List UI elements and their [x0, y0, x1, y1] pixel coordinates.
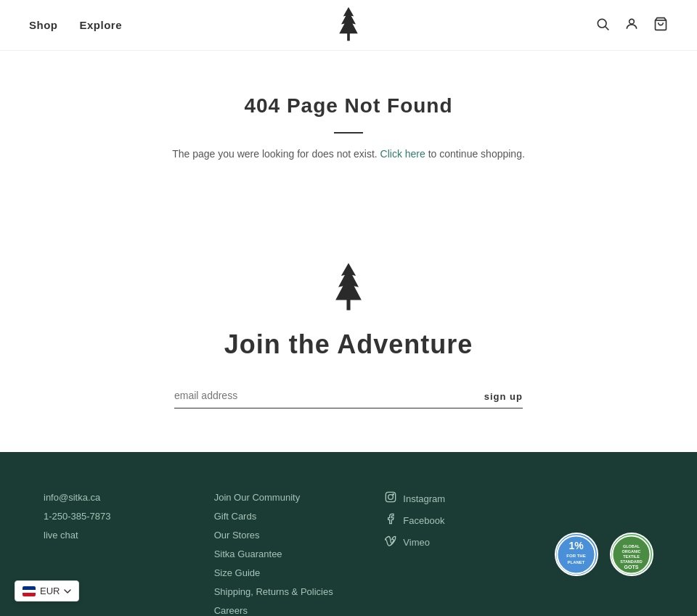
footer-link-careers[interactable]: Careers: [214, 601, 356, 616]
footer-email[interactable]: info@sitka.ca: [44, 488, 185, 507]
svg-text:PLANET: PLANET: [568, 560, 585, 564]
site-logo[interactable]: [334, 6, 363, 45]
svg-text:ORGANIC: ORGANIC: [622, 549, 641, 554]
account-icon[interactable]: [624, 17, 639, 34]
svg-text:STANDARD: STANDARD: [621, 559, 643, 564]
svg-point-6: [393, 494, 394, 495]
continue-shopping-link[interactable]: Click here: [380, 148, 425, 160]
svg-rect-4: [386, 492, 396, 501]
error-message-after: to continue shopping.: [428, 148, 525, 160]
footer-phone[interactable]: 1-250-385-7873: [44, 507, 185, 526]
currency-code: EUR: [40, 586, 60, 596]
title-divider: [334, 132, 363, 134]
adventure-section: Join the Adventure sign up: [0, 247, 697, 452]
flag-icon: [23, 586, 36, 596]
footer-live-chat[interactable]: live chat: [44, 526, 185, 545]
adventure-logo: [15, 261, 682, 315]
svg-text:1%: 1%: [569, 540, 584, 551]
email-input-wrap: [174, 389, 477, 408]
site-header: Shop Explore: [0, 0, 697, 51]
facebook-link[interactable]: Facebook: [403, 512, 444, 530]
svg-point-5: [388, 495, 394, 500]
error-message: The page you were looking for does not e…: [15, 148, 682, 160]
main-nav: Shop Explore: [29, 19, 122, 31]
footer-link-stores[interactable]: Our Stores: [214, 526, 356, 545]
error-title: 404 Page Not Found: [15, 94, 682, 118]
instagram-icon: [384, 488, 397, 510]
footer-community: Join Our Community Gift Cards Our Stores…: [214, 488, 356, 616]
footer-link-size-guide[interactable]: Size Guide: [214, 564, 356, 583]
nav-shop[interactable]: Shop: [29, 19, 58, 31]
header-icon-group: [595, 17, 668, 34]
error-message-before: The page you were looking for does not e…: [172, 148, 378, 160]
site-footer: info@sitka.ca 1-250-385-7873 live chat J…: [0, 452, 697, 616]
svg-point-0: [598, 19, 606, 28]
footer-link-gift-cards[interactable]: Gift Cards: [214, 507, 356, 526]
instagram-link[interactable]: Instagram: [403, 490, 445, 509]
currency-selector[interactable]: EUR: [15, 580, 79, 601]
footer-badges: 1% FOR THE PLANET GLOBAL ORGANIC TEXTILE…: [555, 488, 653, 616]
footer-link-shipping[interactable]: Shipping, Returns & Policies: [214, 583, 356, 601]
badge-1pct-planet: 1% FOR THE PLANET: [555, 533, 598, 576]
main-content: 404 Page Not Found The page you were loo…: [0, 51, 697, 247]
svg-text:GOTS: GOTS: [624, 564, 639, 570]
svg-text:TEXTILE: TEXTILE: [624, 554, 640, 559]
vimeo-link[interactable]: Vimeo: [403, 533, 430, 552]
footer-social: Instagram Facebook Vimeo: [384, 488, 526, 616]
svg-point-2: [629, 19, 635, 24]
svg-text:FOR THE: FOR THE: [567, 554, 586, 558]
cart-icon[interactable]: [653, 17, 668, 34]
footer-link-join[interactable]: Join Our Community: [214, 488, 356, 507]
footer-grid: info@sitka.ca 1-250-385-7873 live chat J…: [44, 488, 653, 616]
email-signup-form: sign up: [174, 389, 523, 408]
footer-vimeo: Vimeo: [384, 532, 526, 554]
adventure-title: Join the Adventure: [15, 329, 682, 360]
badge-gots: GLOBAL ORGANIC TEXTILE STANDARD GOTS: [610, 533, 653, 576]
nav-explore[interactable]: Explore: [80, 19, 123, 31]
facebook-icon: [384, 510, 397, 532]
email-input[interactable]: [174, 390, 477, 401]
chevron-down-icon: [64, 589, 71, 594]
search-icon[interactable]: [595, 17, 610, 34]
footer-instagram: Instagram: [384, 488, 526, 510]
svg-text:GLOBAL: GLOBAL: [623, 544, 640, 549]
footer-link-guarantee[interactable]: Sitka Guarantee: [214, 545, 356, 564]
svg-line-1: [606, 26, 609, 30]
vimeo-icon: [384, 532, 397, 554]
footer-facebook: Facebook: [384, 510, 526, 532]
signup-button[interactable]: sign up: [477, 391, 523, 408]
